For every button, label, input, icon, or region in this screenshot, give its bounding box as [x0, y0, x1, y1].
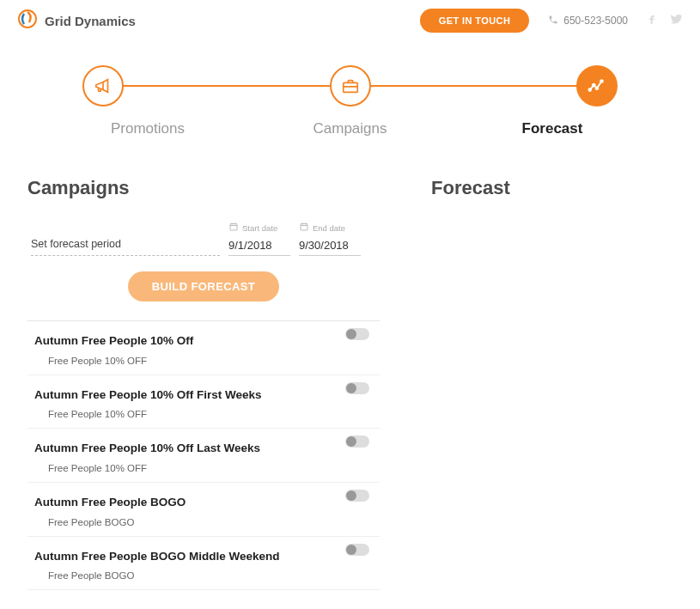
svg-rect-1 [343, 82, 357, 92]
facebook-icon[interactable] [645, 12, 659, 29]
step-label-forecast[interactable]: Forecast [484, 120, 621, 137]
campaign-item[interactable]: Autumn Free People BOGOFree People BOGO [27, 483, 380, 537]
start-date-value[interactable]: 9/1/2018 [228, 239, 290, 256]
campaign-subtitle: Free People 10% OFF [34, 463, 371, 473]
campaign-list-scroll[interactable]: Autumn Free People 10% OffFree People 10… [27, 321, 380, 601]
build-forecast-button[interactable]: BUILD FORECAST [128, 271, 279, 301]
campaign-toggle[interactable] [345, 382, 369, 394]
calendar-icon [228, 222, 239, 234]
chart-icon [587, 76, 606, 95]
period-label: Set forecast period [31, 238, 220, 256]
svg-rect-7 [301, 224, 307, 231]
end-date-label: End date [313, 223, 345, 233]
briefcase-icon [341, 76, 360, 95]
phone-number[interactable]: 650-523-5000 [548, 15, 628, 27]
svg-point-5 [600, 80, 603, 82]
end-date-value[interactable]: 9/30/2018 [299, 239, 361, 256]
forecast-heading: Forecast [431, 177, 673, 199]
start-date-field[interactable]: Start date 9/1/2018 [228, 222, 290, 256]
campaign-title: Autumn Free People 10% Off [34, 330, 371, 352]
phone-text: 650-523-5000 [563, 15, 628, 27]
campaign-title: Autumn Free People BOGO [34, 491, 371, 514]
megaphone-icon [94, 76, 113, 95]
campaign-item[interactable]: Autumn Free People 10% OffFree People 10… [27, 321, 380, 375]
start-date-label: Start date [242, 223, 277, 233]
twitter-icon[interactable] [669, 12, 683, 29]
social-links [645, 12, 683, 29]
svg-point-3 [593, 84, 595, 87]
campaign-title: Autumn Free People 10% Off First Weeks [34, 384, 371, 406]
svg-rect-6 [230, 224, 237, 231]
campaign-list: Autumn Free People 10% OffFree People 10… [27, 320, 380, 601]
campaign-toggle[interactable] [345, 328, 369, 340]
campaign-subtitle: Free People 10% OFF [34, 356, 371, 366]
campaign-item[interactable]: Autumn Free People 10% Off Last WeeksFre… [27, 429, 380, 483]
calendar-icon [299, 222, 309, 234]
campaign-title: Autumn Free People BOGO Middle Weekend [34, 545, 371, 568]
svg-point-2 [588, 88, 591, 91]
content-area: Campaigns Set forecast period Start date… [0, 143, 700, 609]
end-date-field[interactable]: End date 9/30/2018 [299, 222, 361, 256]
get-in-touch-button[interactable]: GET IN TOUCH [420, 9, 529, 33]
campaign-subtitle: Free People 10% OFF [34, 409, 371, 419]
campaign-title: Autumn Free People 10% Off Last Weeks [34, 437, 371, 460]
brand-logo[interactable]: Grid Dynamics [17, 9, 136, 33]
wizard-stepper [0, 41, 700, 112]
campaigns-heading: Campaigns [27, 177, 380, 199]
campaign-item[interactable]: Autumn Free People 10% Off First WeeksFr… [27, 375, 380, 429]
svg-point-4 [596, 87, 599, 89]
logo-icon [17, 9, 38, 33]
phone-icon [548, 15, 558, 27]
campaign-toggle[interactable] [345, 435, 369, 448]
brand-name: Grid Dynamics [45, 14, 136, 28]
campaigns-column: Campaigns Set forecast period Start date… [27, 177, 380, 601]
forecast-period-row: Set forecast period Start date 9/1/2018 … [27, 222, 380, 256]
campaign-item[interactable]: Autumn Free People BOGO Middle WeekendFr… [27, 537, 380, 591]
header: Grid Dynamics GET IN TOUCH 650-523-5000 [0, 0, 700, 41]
step-label-promotions[interactable]: Promotions [79, 120, 216, 137]
forecast-column: Forecast [431, 177, 673, 601]
wizard-labels: Promotions Campaigns Forecast [0, 112, 700, 143]
campaign-toggle[interactable] [345, 544, 369, 556]
step-label-campaigns[interactable]: Campaigns [282, 120, 419, 137]
campaign-toggle[interactable] [345, 490, 369, 502]
campaign-subtitle: Free People BOGO [34, 570, 371, 581]
campaign-subtitle: Free People BOGO [34, 517, 371, 527]
